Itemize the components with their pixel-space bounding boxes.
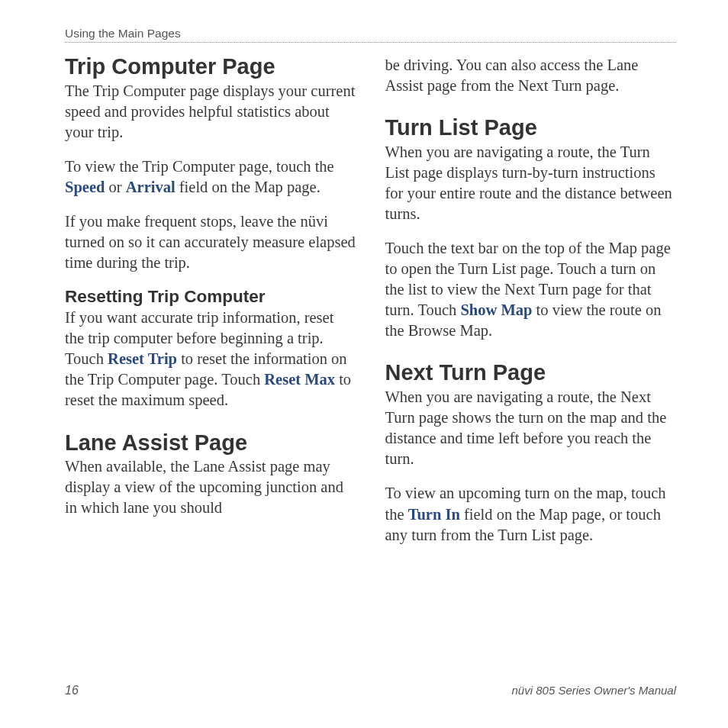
body-text: When you are navigating a route, the Tur… <box>385 142 677 224</box>
heading-turn-list: Turn List Page <box>385 116 677 140</box>
ui-ref-speed: Speed <box>65 179 105 195</box>
right-column: be driving. You can also access the Lane… <box>385 55 677 559</box>
body-text: When available, the Lane Assist page may… <box>65 456 356 518</box>
text-run: To view the Trip Computer page, touch th… <box>65 158 334 175</box>
ui-ref-arrival: Arrival <box>126 179 176 195</box>
body-text: To view the Trip Computer page, touch th… <box>65 156 356 198</box>
ui-ref-show-map: Show Map <box>460 301 532 318</box>
body-text: The Trip Computer page displays your cur… <box>65 81 356 143</box>
text-run: field on the Map page. <box>176 179 321 195</box>
page-footer: 16 nüvi 805 Series Owner's Manual <box>65 684 676 697</box>
heading-next-turn: Next Turn Page <box>385 361 677 385</box>
heading-trip-computer: Trip Computer Page <box>65 55 356 79</box>
section-header: Using the Main Pages <box>65 27 676 40</box>
heading-lane-assist: Lane Assist Page <box>65 431 356 456</box>
body-text: Touch the text bar on the top of the Map… <box>385 238 677 341</box>
ui-ref-reset-max: Reset Max <box>264 371 335 388</box>
left-column: Trip Computer Page The Trip Computer pag… <box>65 55 356 559</box>
manual-title: nüvi 805 Series Owner's Manual <box>512 684 676 697</box>
page-number: 16 <box>65 684 79 697</box>
body-text: be driving. You can also access the Lane… <box>385 55 677 96</box>
ui-ref-turn-in: Turn In <box>408 506 460 523</box>
header-divider <box>65 42 676 43</box>
heading-resetting: Resetting Trip Computer <box>65 287 356 307</box>
body-text: When you are navigating a route, the Nex… <box>385 387 677 469</box>
text-run: or <box>105 179 125 195</box>
ui-ref-reset-trip: Reset Trip <box>108 350 177 367</box>
body-text: If you want accurate trip information, r… <box>65 308 356 411</box>
content-columns: Trip Computer Page The Trip Computer pag… <box>65 55 676 559</box>
body-text: To view an upcoming turn on the map, tou… <box>385 483 677 545</box>
body-text: If you make frequent stops, leave the nü… <box>65 211 356 273</box>
